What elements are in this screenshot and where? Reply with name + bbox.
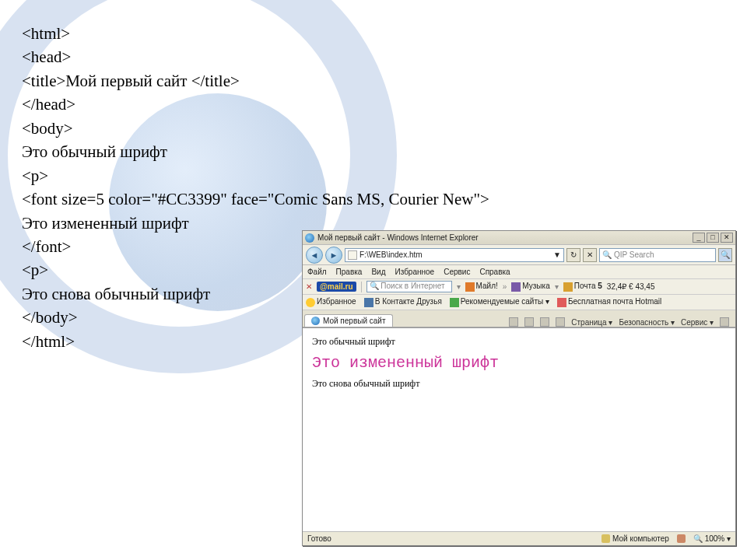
feeds-icon[interactable]	[524, 317, 534, 327]
status-bar: Готово Мой компьютер 🔍 100% ▾	[303, 531, 735, 545]
code-line: <html>	[22, 22, 707, 45]
search-go-button[interactable]: 🔍	[718, 248, 732, 262]
status-text: Готово	[307, 534, 331, 543]
code-line: <font size=5 color="#CC3399" face="Comic…	[22, 187, 707, 211]
help-icon[interactable]	[720, 317, 729, 327]
mail-link[interactable]: Майл!	[465, 282, 498, 291]
music-link[interactable]: Музыка	[511, 282, 549, 291]
recommended-link[interactable]: Рекомендуемые сайты ▾	[450, 297, 549, 306]
security-menu[interactable]: Безопасность ▾	[619, 318, 675, 327]
page-content: Это обычный шрифт Это измененный шрифт Э…	[303, 327, 735, 531]
content-p2: Это измененный шрифт	[312, 354, 726, 372]
code-line: <head>	[22, 45, 707, 68]
tab-label: Мой первый сайт	[323, 317, 386, 325]
content-p3: Это снова обычный шрифт	[312, 378, 726, 390]
hotmail-link[interactable]: Бесплатная почта Hotmail	[557, 297, 661, 306]
stop-button[interactable]: ✕	[583, 248, 597, 262]
menu-bar: Файл Правка Вид Избранное Сервис Справка	[303, 265, 735, 279]
close-button[interactable]: ✕	[721, 233, 733, 243]
mail-icon[interactable]	[540, 317, 549, 327]
toolbar-close-icon[interactable]: ✕	[306, 282, 312, 291]
balance: 32,4₽ € 43,45	[607, 282, 655, 291]
computer-icon	[601, 534, 610, 543]
menu-edit[interactable]: Правка	[336, 268, 363, 276]
favorites-bar: Избранное В Контакте Друзья Рекомендуемы…	[303, 295, 735, 310]
code-line: </head>	[22, 93, 707, 116]
search-placeholder: QIP Search	[614, 250, 654, 259]
mailru-toolbar: ✕ @@mail.rumail.ru 🔍 Поиск в Интернет ▾ …	[303, 279, 735, 295]
menu-view[interactable]: Вид	[371, 268, 385, 276]
forward-button[interactable]: ►	[325, 247, 342, 264]
minimize-button[interactable]: _	[693, 233, 705, 243]
window-titlebar: Мой первый сайт - Windows Internet Explo…	[303, 231, 735, 245]
back-button[interactable]: ◄	[306, 247, 323, 264]
code-line: <p>	[22, 164, 707, 187]
tab-bar: Мой первый сайт Страница ▾ Безопасность …	[303, 310, 735, 327]
tab-favicon	[311, 317, 320, 325]
refresh-button[interactable]: ↻	[566, 248, 580, 262]
protected-mode-icon	[677, 534, 686, 543]
address-bar[interactable]: F:\WEB\index.htm ▼	[345, 248, 564, 262]
ie-browser-window: Мой первый сайт - Windows Internet Explo…	[302, 230, 736, 546]
code-line: <title>Мой первый сайт </title>	[22, 69, 707, 93]
mailru-logo[interactable]: @@mail.rumail.ru	[317, 282, 356, 292]
nav-toolbar: ◄ ► F:\WEB\index.htm ▼ ↻ ✕ 🔍 QIP Search …	[303, 245, 735, 265]
code-line: Это обычный шрифт	[22, 140, 707, 163]
print-icon[interactable]	[556, 317, 565, 327]
page-icon	[348, 250, 357, 260]
content-p1: Это обычный шрифт	[312, 336, 726, 348]
maximize-button[interactable]: □	[707, 233, 719, 243]
menu-help[interactable]: Справка	[479, 268, 510, 276]
ie-icon	[305, 233, 314, 243]
security-zone: Мой компьютер	[601, 534, 669, 543]
address-text: F:\WEB\index.htm	[359, 250, 423, 259]
mailru-search[interactable]: 🔍 Поиск в Интернет	[366, 281, 452, 292]
menu-file[interactable]: Файл	[307, 268, 327, 276]
service-menu[interactable]: Сервис ▾	[681, 318, 714, 327]
zoom-level[interactable]: 🔍 100% ▾	[693, 534, 731, 543]
favorites-button[interactable]: Избранное	[306, 297, 356, 306]
post-link[interactable]: Почта 5	[563, 282, 602, 291]
vk-link[interactable]: В Контакте Друзья	[364, 297, 442, 306]
window-title: Мой первый сайт - Windows Internet Explo…	[317, 233, 693, 242]
menu-tools[interactable]: Сервис	[444, 268, 470, 276]
home-icon[interactable]	[509, 317, 518, 327]
code-line: <body>	[22, 117, 707, 140]
search-box[interactable]: 🔍 QIP Search	[599, 248, 716, 262]
menu-favorites[interactable]: Избранное	[395, 268, 434, 276]
browser-tab[interactable]: Мой первый сайт	[304, 314, 393, 327]
command-bar: Страница ▾ Безопасность ▾ Сервис ▾	[504, 317, 734, 327]
page-menu[interactable]: Страница ▾	[571, 318, 612, 327]
